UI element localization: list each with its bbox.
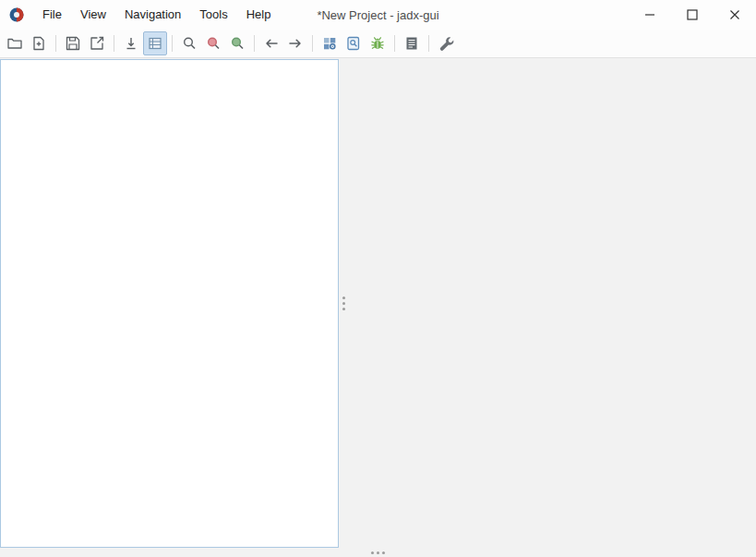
- horizontal-splitter[interactable]: [0, 548, 756, 557]
- splitter-grip-icon: [342, 302, 345, 305]
- android-debug-icon: [369, 35, 386, 52]
- menu-navigation[interactable]: Navigation: [115, 0, 190, 30]
- toolbar-separator: [394, 35, 395, 52]
- preferences-button[interactable]: [434, 31, 458, 55]
- toolbar-separator: [254, 35, 255, 52]
- toolbar-separator: [55, 35, 56, 52]
- search-icon: [181, 35, 198, 52]
- minimize-icon: [644, 9, 655, 20]
- quark-report-button[interactable]: [342, 31, 366, 55]
- close-icon: [729, 9, 740, 20]
- menu-tools[interactable]: Tools: [190, 0, 236, 30]
- save-icon: [65, 35, 81, 52]
- maximize-button[interactable]: [671, 0, 714, 30]
- open-file-button[interactable]: [3, 31, 27, 55]
- search-red-icon: [205, 35, 222, 52]
- log-viewer-button[interactable]: [400, 31, 424, 55]
- menu-view[interactable]: View: [71, 0, 115, 30]
- search-green-icon: [229, 35, 246, 52]
- deobfuscation-icon: [321, 35, 338, 52]
- menu-help[interactable]: Help: [237, 0, 281, 30]
- arrow-right-icon: [287, 35, 304, 52]
- titlebar: File View Navigation Tools Help *New Pro…: [0, 0, 756, 30]
- maximize-icon: [687, 9, 698, 20]
- flat-packages-icon: [147, 35, 163, 52]
- export-icon: [89, 35, 105, 52]
- comment-search-button[interactable]: [225, 31, 249, 55]
- app-icon: [8, 6, 25, 23]
- menu-file[interactable]: File: [33, 0, 71, 30]
- text-search-button[interactable]: [177, 31, 201, 55]
- toolbar: [0, 30, 756, 58]
- wrench-icon: [438, 35, 454, 52]
- folder-open-icon: [6, 35, 23, 52]
- sync-icon: [123, 35, 139, 52]
- sync-with-editor-button[interactable]: [119, 31, 143, 55]
- menubar: File View Navigation Tools Help: [33, 0, 280, 30]
- close-button[interactable]: [714, 0, 756, 30]
- arrow-left-icon: [263, 35, 280, 52]
- deobfuscation-button[interactable]: [318, 31, 342, 55]
- project-tree-panel[interactable]: [0, 59, 339, 548]
- quark-icon: [345, 35, 362, 52]
- window-controls: [629, 0, 756, 30]
- toolbar-separator: [428, 35, 429, 52]
- add-files-icon: [30, 35, 47, 52]
- forward-button[interactable]: [283, 31, 307, 55]
- flat-packages-button[interactable]: [143, 31, 167, 55]
- save-project-button[interactable]: [61, 31, 85, 55]
- splitter-grip-icon: [377, 551, 379, 554]
- toolbar-separator: [312, 35, 313, 52]
- log-viewer-icon: [403, 35, 420, 52]
- class-search-button[interactable]: [201, 31, 225, 55]
- add-files-button[interactable]: [27, 31, 51, 55]
- vertical-splitter[interactable]: [340, 58, 347, 548]
- main-content: [0, 58, 756, 548]
- back-button[interactable]: [259, 31, 283, 55]
- toolbar-separator: [114, 35, 114, 52]
- debugger-button[interactable]: [366, 31, 390, 55]
- editor-area: [347, 58, 756, 548]
- minimize-button[interactable]: [629, 0, 671, 30]
- toolbar-separator: [172, 35, 173, 52]
- export-button[interactable]: [85, 31, 109, 55]
